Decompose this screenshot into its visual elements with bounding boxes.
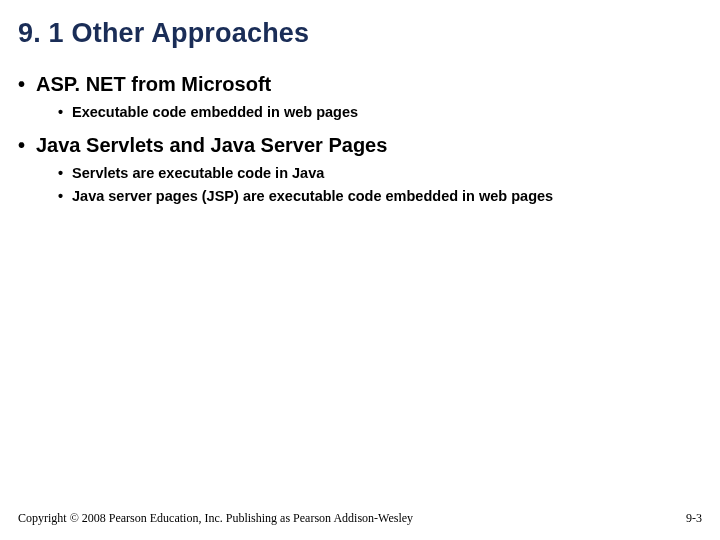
bullet-item: ASP. NET from Microsoft Executable code …	[18, 72, 702, 123]
bullet-label: ASP. NET from Microsoft	[36, 73, 271, 95]
sub-bullet-item: Executable code embedded in web pages	[36, 103, 702, 123]
sub-bullet-list: Servlets are executable code in Java Jav…	[36, 164, 702, 207]
sub-bullet-item: Servlets are executable code in Java	[36, 164, 702, 184]
slide: 9. 1 Other Approaches ASP. NET from Micr…	[0, 0, 720, 540]
bullet-label: Java Servlets and Java Server Pages	[36, 134, 387, 156]
footer-page-number: 9-3	[686, 511, 702, 526]
slide-body: ASP. NET from Microsoft Executable code …	[18, 72, 702, 217]
footer-copyright: Copyright © 2008 Pearson Education, Inc.…	[18, 511, 413, 526]
bullet-list: ASP. NET from Microsoft Executable code …	[18, 72, 702, 207]
slide-title: 9. 1 Other Approaches	[18, 18, 309, 49]
sub-bullet-item: Java server pages (JSP) are executable c…	[36, 187, 702, 207]
bullet-item: Java Servlets and Java Server Pages Serv…	[18, 133, 702, 207]
sub-bullet-list: Executable code embedded in web pages	[36, 103, 702, 123]
